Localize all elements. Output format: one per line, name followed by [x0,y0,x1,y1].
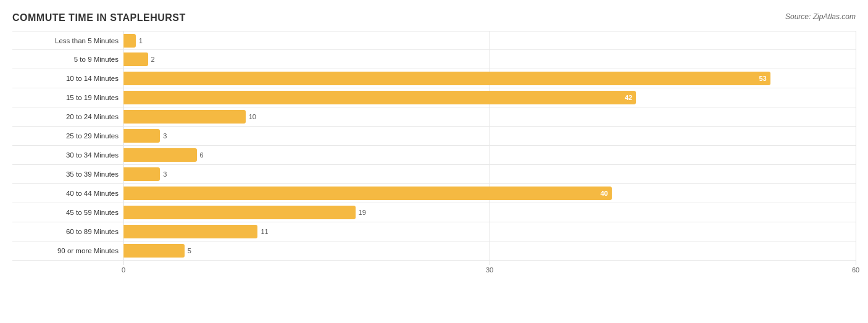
bar-label: 30 to 34 Minutes [12,151,123,159]
x-axis-label: 0 [122,266,125,274]
bar-fill: 10 [123,110,246,124]
bar-track: 3 [123,165,856,183]
bar-value-label: 2 [151,56,155,63]
bar-fill: 3 [123,129,160,143]
bar-track: 5 [123,241,856,260]
bar-fill: 1 [123,34,136,48]
bar-row: 60 to 89 Minutes11 [12,222,856,241]
bar-fill: 40 [123,187,612,200]
x-axis: 03060 [123,266,856,279]
bar-row: 25 to 29 Minutes3 [12,127,856,146]
bar-row: Less than 5 Minutes1 [12,31,856,50]
bar-fill: 19 [123,206,356,219]
bar-track: 2 [123,50,856,69]
bar-track: 40 [123,184,856,203]
bar-track: 11 [123,222,856,241]
bar-fill: 53 [123,72,770,85]
bar-label: 25 to 29 Minutes [12,132,123,140]
bar-label: 20 to 24 Minutes [12,113,123,120]
bar-value-label: 11 [261,228,268,235]
x-axis-label: 60 [852,266,859,274]
chart-header: COMMUTE TIME IN STAPLEHURST Source: ZipA… [12,12,856,23]
bar-fill: 2 [123,52,148,66]
bar-row: 45 to 59 Minutes19 [12,203,856,222]
bar-fill: 3 [123,167,160,181]
bar-row: 15 to 19 Minutes42 [12,88,856,107]
bars-container: Less than 5 Minutes15 to 9 Minutes210 to… [12,31,856,265]
bar-fill: 6 [123,148,197,162]
bar-label: 60 to 89 Minutes [12,228,123,235]
bar-row: 35 to 39 Minutes3 [12,165,856,184]
bar-row: 40 to 44 Minutes40 [12,184,856,203]
bar-label: 10 to 14 Minutes [12,75,123,82]
chart-source: Source: ZipAtlas.com [785,12,856,21]
bar-track: 1 [123,31,856,49]
bar-label: 90 or more Minutes [12,247,123,254]
bar-value-label: 6 [200,151,204,159]
bar-row: 90 or more Minutes5 [12,241,856,261]
bar-row: 20 to 24 Minutes10 [12,107,856,127]
bar-label: 40 to 44 Minutes [12,190,123,197]
bar-track: 53 [123,69,856,88]
bar-fill: 11 [123,225,257,238]
bar-label: 15 to 19 Minutes [12,94,123,101]
bar-label: 5 to 9 Minutes [12,56,123,63]
bar-value-label: 19 [359,209,366,216]
chart-area: Less than 5 Minutes15 to 9 Minutes210 to… [12,31,856,280]
chart-title: COMMUTE TIME IN STAPLEHURST [12,12,186,23]
bar-value-label: 3 [163,170,167,178]
bar-value-label: 10 [249,113,256,120]
bar-label: 45 to 59 Minutes [12,209,123,216]
x-axis-label: 30 [486,266,493,274]
bar-value-label: 40 [600,190,607,197]
bar-row: 30 to 34 Minutes6 [12,146,856,165]
bar-label: Less than 5 Minutes [12,37,123,44]
bar-value-label: 42 [625,94,632,101]
bar-track: 19 [123,203,856,222]
bar-value-label: 53 [759,75,766,82]
bar-value-label: 5 [188,247,191,254]
bar-track: 6 [123,146,856,164]
bar-track: 42 [123,88,856,107]
bar-fill: 42 [123,91,636,104]
bar-row: 5 to 9 Minutes2 [12,50,856,69]
bar-value-label: 1 [139,37,143,44]
chart-container: COMMUTE TIME IN STAPLEHURST Source: ZipA… [0,0,868,323]
bar-value-label: 3 [163,132,167,140]
bar-row: 10 to 14 Minutes53 [12,69,856,88]
bar-track: 10 [123,107,856,126]
bar-fill: 5 [123,244,185,258]
bar-label: 35 to 39 Minutes [12,170,123,178]
bar-track: 3 [123,127,856,145]
